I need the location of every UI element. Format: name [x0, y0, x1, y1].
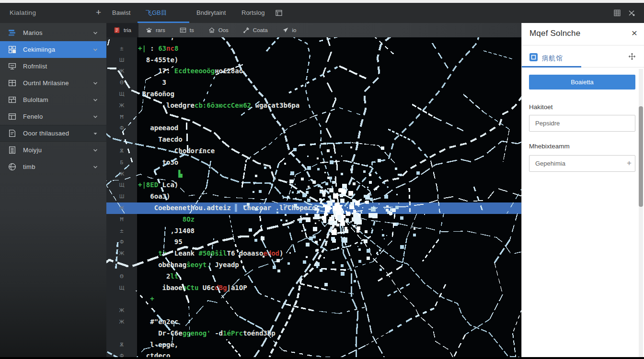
field-input[interactable]	[529, 155, 635, 172]
code-text: 2lt	[138, 271, 178, 282]
sidebar-item-label: Cekimiinga	[23, 46, 55, 53]
code-text: З	[138, 77, 166, 89]
top-tab[interactable]: Bawist	[112, 3, 130, 23]
tools-icon[interactable]	[628, 9, 635, 17]
code-line[interactable]: ± ,J1408	[106, 225, 521, 237]
code-line[interactable]: Dr-C6eggenog' -d1éPrctoénd3bp	[106, 328, 521, 339]
code-line[interactable]: Щ+|8ED Lca)	[106, 180, 521, 191]
chevron-down-icon	[92, 114, 98, 120]
editor-toolbar-item[interactable]: Coata	[236, 23, 275, 37]
code-line[interactable]: Ш 8-455te)	[106, 55, 521, 66]
gutter-line-number: Б	[106, 157, 137, 168]
sidebar-item[interactable]: Ooor thilausaed	[0, 125, 106, 142]
code-text: Chodor£nce	[138, 146, 215, 157]
code-lines: · ; '±+| : 6Зпс8Ш 8-455te)Ж 17: Ecdteeoo…	[106, 37, 521, 359]
top-tab[interactable]: Bndirytaint	[196, 3, 226, 23]
grid-icon[interactable]	[613, 9, 621, 17]
code-line[interactable]: Ф apeeaod	[106, 123, 521, 134]
sidebar-item[interactable]: Cekimiinga	[0, 41, 106, 58]
sidebar-item-label: Ourtnl Mrilasine	[23, 79, 69, 87]
window-icon	[8, 112, 16, 121]
code-line[interactable]: Ж 17: Ecdteeooögно£28ао	[106, 66, 521, 77]
gutter-line-number: Ѫ	[106, 339, 137, 351]
sidebar-item[interactable]: Buloltam	[0, 91, 106, 108]
code-text: Dr-C6eggenog' -d1éPrctoénd3bp	[138, 328, 276, 339]
code-line[interactable]: Щ ibaoebCtu U6cdBg|a1OP	[106, 282, 521, 294]
gutter-line-number: Ж	[106, 316, 137, 328]
top-tab[interactable]: Rortslog	[242, 3, 264, 23]
close-icon[interactable]: ×	[632, 27, 637, 39]
chevron-down-icon	[92, 80, 98, 86]
code-line[interactable]: Ш 6oaЗ)	[106, 191, 521, 202]
primary-button[interactable]: Boaietta	[529, 75, 635, 90]
sidebar-item[interactable]: Ourtnl Mrilasine	[0, 75, 106, 91]
top-tab[interactable]: 飞GB目	[146, 3, 167, 23]
sidebar-item-label: Rofrnlist	[23, 63, 47, 70]
code-line[interactable]: Ѫ l-epge,	[106, 339, 521, 351]
new-tab-button[interactable]: +	[96, 3, 101, 23]
gutter-line-number: Ж	[106, 66, 137, 77]
gutter-line-number: Ѫ	[106, 146, 137, 157]
code-line[interactable]: Ж	[106, 305, 521, 316]
code-line[interactable]: Ѫ Chodor£nce	[106, 146, 521, 157]
editor-toolbar-item[interactable]: io	[275, 23, 304, 37]
code-line[interactable]: Ѳ 2lt	[106, 271, 521, 282]
window-layout-icon[interactable]	[275, 9, 283, 17]
divider	[522, 45, 644, 45]
code-text: 8-455te)	[138, 55, 178, 66]
code-line[interactable]: Ж ▙	[106, 168, 521, 180]
editor-toolbar-item[interactable]: rars	[138, 23, 172, 37]
code-line[interactable]: Ж loedgrecb:6ōзюcсCeн62 wgacatЗb6pa	[106, 100, 521, 112]
sidebar-item[interactable]: Moiyju	[0, 142, 106, 158]
code-line[interactable]: · ; '	[106, 37, 521, 43]
code-text: 8Оz	[138, 214, 195, 225]
sidebar-item[interactable]: timb	[0, 158, 106, 175]
code-line[interactable]: Ф 95	[106, 236, 521, 248]
panel-tab[interactable]: 病航馆	[542, 54, 563, 63]
code-line[interactable]: Ħ 8Оz	[106, 214, 521, 225]
top-bar: Kialating + Bawist飞GB目BndirytaintRortslo…	[0, 3, 644, 23]
code-line[interactable]: Ħ	[106, 112, 521, 123]
gutter-line-number: ±	[106, 225, 137, 237]
page-icon	[8, 129, 16, 137]
code-line[interactable]: ±+| : 6Зпс8	[106, 43, 521, 55]
editor-toolbar-item[interactable]: ts	[172, 23, 201, 37]
gutter-line-number: Ж	[106, 305, 137, 316]
code-line[interactable]: Taecdo	[106, 134, 521, 146]
gutter-line-number: Щ	[106, 180, 137, 191]
editor-toolbar-item[interactable]: tria	[106, 23, 138, 37]
code-line[interactable]: Б toЗo	[106, 157, 521, 168]
gutter-line-number: Ш	[106, 191, 137, 202]
selected-code-line[interactable]: Ж Coebeenethou.adteiz ▌ Checoar .lrChope…	[106, 202, 521, 214]
code-line[interactable]: Щ Bra6oñog	[106, 89, 521, 100]
add-icon[interactable]: +	[624, 158, 634, 168]
gutter-line-number: Ж	[106, 202, 137, 214]
gutter-line-number: Щ	[106, 89, 137, 100]
code-text: ibaoebCtu U6cdBg|a1OP	[138, 282, 247, 294]
code-line[interactable]: Ж #"ên2ec	[106, 316, 521, 328]
code-line[interactable]: +	[106, 293, 521, 305]
sidebar-item-label: Moiyju	[23, 146, 42, 154]
scrollbar-thumb[interactable]	[639, 106, 643, 207]
code-text: toЗo	[138, 157, 178, 168]
field-input[interactable]	[529, 115, 635, 132]
editor-toolbar-item[interactable]: Oos	[201, 23, 236, 37]
table2-icon	[8, 96, 16, 104]
editor-toolbar-label: tria	[124, 27, 131, 33]
field-label: Mhebixteamm	[529, 143, 570, 150]
move-icon[interactable]	[628, 52, 636, 61]
code-line[interactable]: obehnagŝeoyt. Jyeadp	[106, 259, 521, 271]
sidebar-item[interactable]: Fenelo	[0, 108, 106, 125]
code-text: apeeaod	[138, 123, 178, 134]
window-bottom-strip	[0, 357, 644, 359]
code-text: 95	[138, 236, 183, 248]
globe-icon	[8, 163, 16, 171]
code-line[interactable]: Ѳ З	[106, 77, 521, 89]
gutter-line-number: Ф	[106, 236, 137, 248]
sidebar-item-label: Buloltam	[23, 96, 48, 103]
sidebar-item[interactable]: Rofrnlist	[0, 58, 106, 75]
gutter-line-number: Ħ	[106, 112, 137, 123]
code-editor[interactable]: · ; '±+| : 6Зпс8Ш 8-455te)Ж 17: Ecdteeoo…	[106, 37, 521, 359]
sidebar-item[interactable]: Marios	[0, 24, 106, 41]
code-line[interactable]: Ж tr Leank #500ŝilT6 doaаsoеdod)	[106, 248, 521, 259]
